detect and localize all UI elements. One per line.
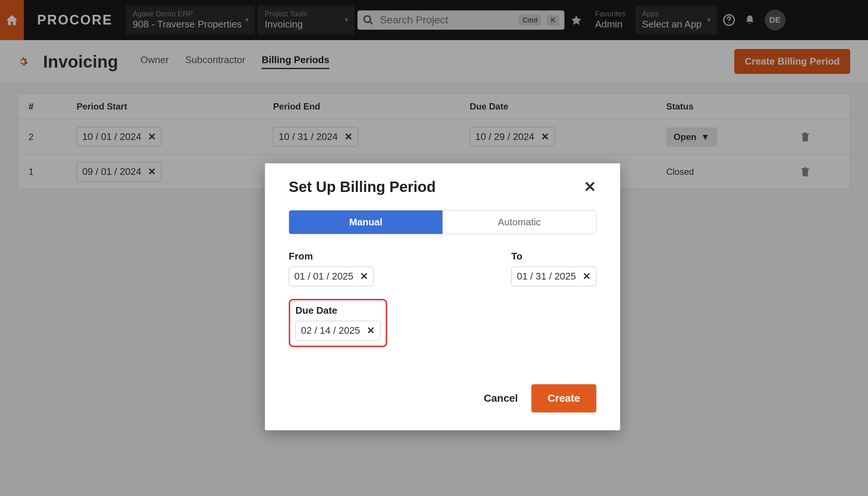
from-label: From: [289, 251, 374, 262]
date-value: 01 / 01 / 2025: [294, 271, 353, 282]
date-value: 01 / 31 / 2025: [517, 271, 576, 282]
from-field: From 01 / 01 / 2025 ✕: [289, 251, 374, 286]
modal-title: Set Up Billing Period: [289, 179, 436, 195]
setup-billing-period-modal: Set Up Billing Period ✕ Manual Automatic…: [265, 163, 620, 430]
clear-icon[interactable]: ✕: [367, 325, 375, 336]
from-date-input[interactable]: 01 / 01 / 2025 ✕: [289, 267, 374, 286]
to-date-input[interactable]: 01 / 31 / 2025 ✕: [511, 267, 596, 286]
modal-footer: Cancel Create: [289, 384, 596, 412]
create-button[interactable]: Create: [531, 384, 596, 412]
due-date-field: Due Date 02 / 14 / 2025 ✕: [295, 305, 380, 340]
to-label: To: [511, 251, 596, 262]
clear-icon[interactable]: ✕: [360, 271, 368, 282]
segment-automatic[interactable]: Automatic: [443, 211, 596, 234]
modal-close-button[interactable]: ✕: [584, 178, 596, 195]
due-date-input[interactable]: 02 / 14 / 2025 ✕: [295, 321, 380, 340]
due-date-label: Due Date: [295, 305, 380, 316]
cancel-button[interactable]: Cancel: [484, 392, 518, 404]
close-icon: ✕: [584, 179, 596, 195]
mode-segmented-control: Manual Automatic: [289, 210, 596, 234]
segment-manual[interactable]: Manual: [289, 211, 443, 234]
due-date-highlight: Due Date 02 / 14 / 2025 ✕: [289, 299, 387, 347]
date-value: 02 / 14 / 2025: [301, 325, 360, 336]
modal-header: Set Up Billing Period ✕: [289, 178, 596, 195]
to-field: To 01 / 31 / 2025 ✕: [511, 251, 596, 286]
clear-icon[interactable]: ✕: [583, 271, 591, 282]
